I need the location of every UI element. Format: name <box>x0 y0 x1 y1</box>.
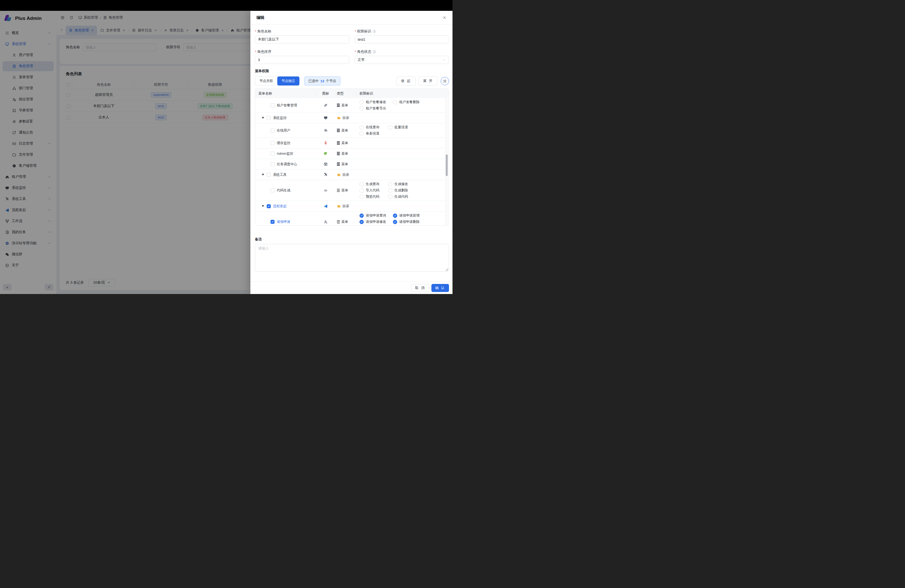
permission-checkbox[interactable] <box>388 188 392 193</box>
collapse-all-button[interactable]: 收 起 <box>397 76 416 86</box>
check-icon <box>267 205 270 208</box>
edit-drawer: 编辑 *角色名称*权限标识*角色排序*角色状态正常 菜单权限 节点关联节点独立 … <box>250 11 452 294</box>
chev-down-icon <box>443 58 446 62</box>
caret-down-icon[interactable] <box>262 174 264 176</box>
tree-node-label[interactable]: 缓存监控 <box>277 141 291 145</box>
tree-row: 缓存监控菜单 <box>255 138 449 148</box>
permission-label: 租户套餐删除 <box>399 100 419 104</box>
app-window: Plus Admin 概览系统管理用户管理角色管理菜单管理部门管理岗位管理字典管… <box>0 0 452 294</box>
tree-node-checkbox[interactable] <box>270 152 275 156</box>
tree-node-label[interactable]: 系统工具 <box>273 173 287 177</box>
drawer-body: *角色名称*权限标识*角色排序*角色状态正常 菜单权限 节点关联节点独立 已选中… <box>250 25 452 281</box>
permission-checkbox[interactable] <box>359 188 364 193</box>
permission-item: 请假申请删除 <box>393 219 426 224</box>
tree-node-checkbox[interactable] <box>270 103 275 107</box>
permission-label: 生成修改 <box>394 182 408 186</box>
tree-node-label[interactable]: 在线用户 <box>277 128 291 133</box>
tree-type-label: 目录 <box>342 173 349 177</box>
role-status-select[interactable]: 正常 <box>355 56 449 64</box>
tree-node-checkbox[interactable] <box>270 188 275 192</box>
close-icon <box>443 16 446 20</box>
permission-checkbox[interactable] <box>359 182 364 186</box>
tree-type-label: 菜单 <box>341 103 348 108</box>
permission-item: 生成修改 <box>388 182 417 186</box>
permission-label: 租户套餐修改 <box>366 100 386 104</box>
caret-down-icon[interactable] <box>262 117 264 119</box>
caret-down-icon[interactable] <box>262 205 264 207</box>
field-label: 角色名称 <box>257 29 271 34</box>
permission-checkbox[interactable] <box>359 220 364 224</box>
tree-row: 租户套餐管理菜单租户套餐修改租户套餐删除租户套餐导出 <box>255 98 449 113</box>
permission-label: 请假申请新增 <box>399 213 419 218</box>
permission-label: 预览代码 <box>366 194 379 199</box>
folder-icon <box>337 204 341 208</box>
permission-checkbox[interactable] <box>388 182 392 186</box>
tree-node-label[interactable]: 任务调度中心 <box>277 162 297 167</box>
menu-type-icon <box>337 189 340 192</box>
tree-node-label[interactable]: Admin监控 <box>277 151 293 156</box>
tree-node-label[interactable]: 流程发起 <box>273 204 287 208</box>
help-icon[interactable] <box>373 30 376 33</box>
permission-item: 租户套餐导出 <box>359 106 393 111</box>
permission-checkbox[interactable] <box>393 220 397 224</box>
modal-scrim[interactable] <box>0 0 250 294</box>
check-icon <box>360 221 363 223</box>
permission-checkbox[interactable] <box>359 195 364 199</box>
menu-type-icon <box>337 152 340 155</box>
fullscreen-button[interactable] <box>441 77 449 85</box>
permission-toolbar: 节点关联节点独立 已选中 13 个节点 收 起 展 开 <box>255 76 449 86</box>
tree-node-label[interactable]: 代码生成 <box>277 188 291 193</box>
permission-checkbox[interactable] <box>359 125 364 130</box>
tree-node-checkbox[interactable] <box>270 220 275 224</box>
help-icon[interactable] <box>373 50 376 54</box>
role_name-input[interactable] <box>255 35 349 43</box>
remark-textarea[interactable] <box>255 244 449 272</box>
tree-node-label[interactable]: 租户套餐管理 <box>277 103 297 108</box>
selected-count-badge: 已选中 13 个节点 <box>304 76 340 86</box>
confirm-button[interactable]: 确 认 <box>431 284 449 292</box>
tree-node-checkbox[interactable] <box>270 129 275 132</box>
permission-checkbox[interactable] <box>359 132 364 136</box>
resize-handle-icon[interactable] <box>446 269 448 271</box>
role_sort-input[interactable] <box>255 56 349 64</box>
permission-item: 请假申请修改 <box>359 219 393 224</box>
tree-node-label[interactable]: 请假申请 <box>277 219 291 224</box>
tree-row: 系统工具目录 <box>255 169 449 180</box>
segment-节点关联[interactable]: 节点关联 <box>255 76 277 86</box>
folder-icon <box>337 116 341 120</box>
permission-checkbox[interactable] <box>393 100 397 104</box>
tree-node-label[interactable]: 系统监控 <box>273 116 287 120</box>
permission-item: 租户套餐修改 <box>359 100 393 104</box>
permission-label: 租户套餐导出 <box>366 106 386 111</box>
tree-column-header: 菜单名称 <box>255 89 316 98</box>
user-search-icon <box>324 128 328 132</box>
form-field-role_sort: *角色排序 <box>255 49 349 64</box>
permission-checkbox[interactable] <box>388 195 392 199</box>
tree-node-checkbox[interactable] <box>270 162 275 166</box>
segment-节点独立[interactable]: 节点独立 <box>277 76 299 86</box>
permission-checkbox[interactable] <box>359 213 364 218</box>
close-icon[interactable] <box>443 16 446 20</box>
drawer-footer: 取 消 确 认 <box>250 281 452 294</box>
tree-node-checkbox[interactable] <box>267 173 271 177</box>
tree-node-checkbox[interactable] <box>270 141 275 145</box>
tree-type-label: 菜单 <box>341 219 348 224</box>
tree-node-checkbox[interactable] <box>267 204 271 208</box>
tree-node-checkbox[interactable] <box>267 116 271 120</box>
cancel-button[interactable]: 取 消 <box>411 284 429 292</box>
permission-checkbox[interactable] <box>359 100 364 104</box>
perm_key-input[interactable] <box>355 35 449 43</box>
expand-all-button[interactable]: 展 开 <box>419 76 438 86</box>
permission-checkbox[interactable] <box>393 213 397 218</box>
scrollbar-thumb[interactable] <box>446 154 448 176</box>
permission-item: 生成删除 <box>388 188 417 193</box>
permission-label: 在线查询 <box>366 125 379 130</box>
remark-label: 备注 <box>255 237 449 242</box>
permission-checkbox[interactable] <box>359 106 364 111</box>
tree-type-label: 菜单 <box>341 141 348 145</box>
redis-icon <box>324 141 328 145</box>
permission-checkbox[interactable] <box>388 125 392 130</box>
permission-label: 请假申请删除 <box>399 219 419 224</box>
tree-row: Admin监控菜单 <box>255 148 449 159</box>
question-icon <box>373 30 376 33</box>
